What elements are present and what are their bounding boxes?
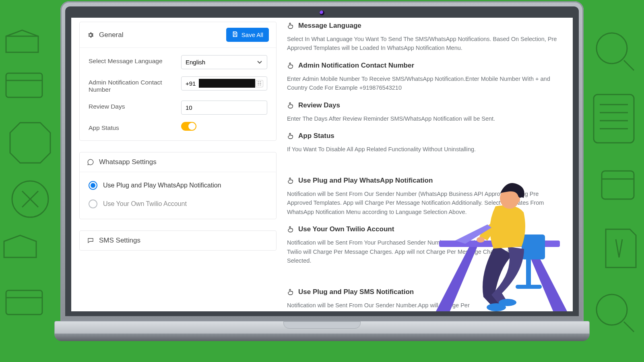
contacts-icon: ☷	[256, 80, 263, 87]
save-icon	[232, 31, 238, 39]
hand-point-icon	[287, 132, 294, 140]
save-all-button[interactable]: Save All	[226, 28, 269, 42]
redacted-overlay	[199, 79, 255, 88]
svg-rect-5	[602, 171, 634, 199]
hand-point-icon	[287, 226, 294, 233]
general-card: General Save All Select Message Language	[79, 22, 277, 141]
svg-point-6	[597, 294, 627, 325]
hand-point-icon	[287, 288, 294, 296]
help-title: Admin Notification Contact Number	[298, 62, 414, 70]
help-plugplay-whatsapp: Use Plug and Play WhatsApp Notification …	[287, 177, 562, 216]
chat-icon	[87, 237, 94, 244]
whatsapp-title-label: Whatsapp Settings	[99, 158, 157, 166]
whatsapp-opt-twilio[interactable]: Use Your Own Twilio Account	[89, 198, 267, 210]
whatsapp-opt1-label: Use Plug and Play WhatsApp Notification	[103, 182, 221, 189]
help-plugplay-sms: Use Plug and Play SMS Notification Notif…	[287, 288, 562, 310]
sms-settings-card: SMS Settings	[79, 230, 277, 251]
help-body: Notification will be Sent From Our Sende…	[287, 301, 562, 310]
help-body: Enter The Days After Review Reminder SMS…	[287, 114, 562, 123]
whatsapp-card-title: Whatsapp Settings	[87, 158, 157, 166]
help-message-language: Message Language Select In What Language…	[287, 22, 562, 53]
help-title: Use Plug and Play WhatsApp Notification	[298, 177, 433, 185]
radio-unselected-icon	[89, 200, 97, 208]
svg-rect-0	[6, 73, 42, 97]
general-title-label: General	[99, 31, 123, 39]
sms-card-title: SMS Settings	[87, 237, 140, 245]
help-title: Review Days	[298, 101, 340, 109]
save-all-label: Save All	[242, 31, 263, 38]
review-days-input[interactable]	[181, 101, 267, 115]
svg-point-3	[597, 33, 627, 64]
hand-point-icon	[287, 22, 294, 29]
help-body: Select In What Language You Want To Send…	[287, 35, 562, 53]
app-status-toggle[interactable]	[181, 122, 196, 131]
hand-point-icon	[287, 177, 294, 184]
help-review-days: Review Days Enter The Days After Review …	[287, 101, 562, 123]
help-body: Enter Admin Mobile Number To Receive SMS…	[287, 74, 562, 93]
whatsapp-opt2-label: Use Your Own Twilio Account	[103, 200, 187, 208]
sms-title-label: SMS Settings	[99, 237, 140, 245]
language-select[interactable]: English	[181, 55, 267, 69]
review-days-label: Review Days	[89, 101, 181, 110]
help-title: App Status	[298, 132, 334, 140]
laptop-base	[54, 321, 590, 340]
help-twilio: Use Your Own Twilio Account Notification…	[287, 225, 562, 265]
admin-contact-label: Admin Notification Contact Number	[89, 76, 181, 93]
help-title: Message Language	[298, 22, 361, 30]
language-label: Select Message Language	[89, 55, 181, 65]
whatsapp-icon	[87, 158, 94, 166]
help-admin-contact: Admin Notification Contact Number Enter …	[287, 62, 562, 93]
app-screen: General Save All Select Message Language	[71, 18, 573, 311]
whatsapp-settings-card: Whatsapp Settings Use Plug and Play What…	[79, 152, 277, 219]
webcam-icon	[320, 10, 324, 15]
general-card-title: General	[87, 31, 123, 39]
hand-point-icon	[287, 102, 294, 109]
help-app-status: App Status If You Want To Disable All Ap…	[287, 132, 562, 154]
help-title: Use Your Own Twilio Account	[298, 225, 394, 233]
help-body: Notification will be Sent From Your Purc…	[287, 238, 562, 265]
help-body: If You Want To Disable All App Related F…	[287, 145, 562, 154]
svg-rect-4	[594, 95, 634, 143]
hand-point-icon	[287, 62, 294, 69]
help-body: Notification will be Sent From Our Sende…	[287, 189, 562, 216]
whatsapp-opt-plugplay[interactable]: Use Plug and Play WhatsApp Notification	[89, 179, 267, 191]
help-title: Use Plug and Play SMS Notification	[298, 288, 414, 296]
radio-selected-icon	[89, 181, 97, 190]
laptop-mockup: General Save All Select Message Language	[54, 0, 590, 350]
app-status-label: App Status	[89, 122, 181, 132]
gear-icon	[87, 31, 94, 39]
svg-rect-2	[6, 290, 42, 315]
